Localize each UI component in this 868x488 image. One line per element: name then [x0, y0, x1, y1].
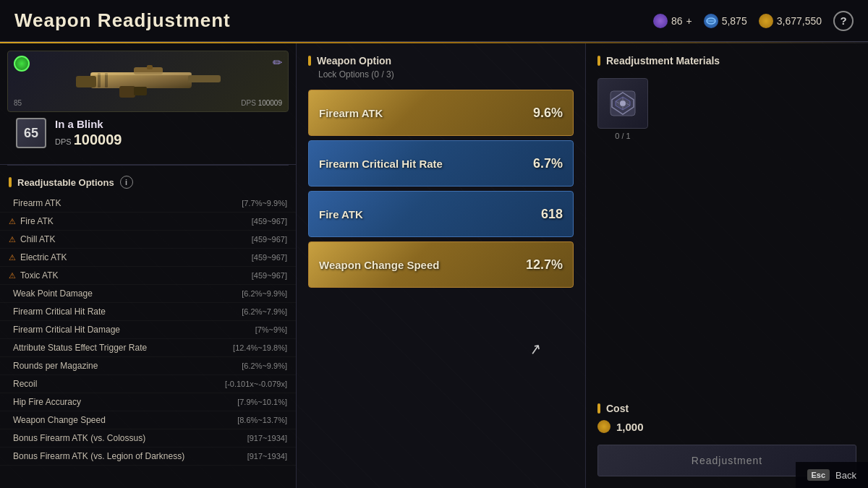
option-range: [6.2%~7.9%]: [242, 307, 287, 316]
option-warning-icon: ⚠: [9, 235, 16, 244]
purple-currency-value: 86: [671, 15, 683, 27]
svg-rect-10: [90, 72, 192, 75]
option-range: [6.2%~9.9%]: [242, 361, 287, 370]
weapon-card: ✏: [7, 51, 289, 112]
option-row[interactable]: Hip Fire Accuracy [7.9%~10.1%]: [0, 393, 296, 411]
cost-bar: [597, 403, 600, 414]
option-row[interactable]: Rounds per Magazine [6.2%~9.9%]: [0, 357, 296, 375]
weapon-option-bar: [308, 56, 311, 66]
lock-options-sub: Lock Options (0 / 3): [308, 69, 574, 80]
option-range: [917~1934]: [247, 434, 287, 442]
cost-row: 1,000: [597, 420, 856, 433]
option-range: [459~967]: [252, 235, 287, 244]
cost-gold-icon: [597, 420, 610, 433]
materials-title: Readjustment Materials: [606, 55, 720, 67]
options-list: Firearm ATK [7.7%~9.9%] ⚠ Fire ATK [459~…: [0, 194, 296, 466]
option-range: [7%~9%]: [255, 325, 287, 334]
weapon-orb: [14, 56, 30, 72]
option-name: Firearm ATK: [13, 198, 242, 208]
middle-panel: Weapon Option Lock Options (0 / 3) Firea…: [297, 43, 586, 488]
currency-purple: 86 +: [653, 14, 692, 28]
option-warning-icon: ⚠: [9, 217, 16, 226]
option-range: [7.7%~9.9%]: [242, 199, 287, 207]
dps-value: 100009: [74, 132, 122, 147]
option-range: [8.6%~13.7%]: [237, 416, 287, 424]
option-card-value: 12.7%: [526, 257, 563, 273]
material-icon-box: [597, 78, 648, 129]
weapon-info: 65 In a Blink DPS 100009: [7, 112, 289, 157]
option-card-label: Firearm ATK: [319, 107, 383, 119]
option-card[interactable]: Fire ATK 618: [308, 191, 574, 237]
option-warning-icon: ⚠: [9, 271, 16, 281]
options-title: Readjustable Options: [17, 177, 114, 188]
option-row[interactable]: ⚠ Electric ATK [459~967]: [0, 249, 296, 267]
option-row[interactable]: Weapon Change Speed [8.6%~13.7%]: [0, 411, 296, 429]
option-range: [459~967]: [252, 253, 287, 262]
option-name: Fire ATK: [20, 216, 252, 226]
help-button[interactable]: ?: [833, 11, 854, 31]
option-row[interactable]: Firearm ATK [7.7%~9.9%]: [0, 194, 296, 213]
option-row[interactable]: Firearm Critical Hit Rate [6.2%~7.9%]: [0, 303, 296, 321]
option-row[interactable]: Weak Point Damage [6.2%~9.9%]: [0, 285, 296, 303]
svg-rect-7: [147, 65, 153, 69]
weapon-option-header: Weapon Option: [308, 55, 574, 67]
option-card-label: Weapon Change Speed: [319, 259, 439, 271]
weapon-preview: ✏: [0, 43, 296, 165]
purple-currency-plus: +: [686, 15, 692, 27]
cost-value: 1,000: [616, 421, 644, 433]
gold-currency-value: 3,677,550: [777, 15, 822, 27]
option-row[interactable]: Firearm Critical Hit Damage [7%~9%]: [0, 321, 296, 339]
option-card[interactable]: Firearm ATK 9.6%: [308, 90, 574, 136]
option-range: [-0.101x~-0.079x]: [225, 380, 287, 388]
option-card-label: Firearm Critical Hit Rate: [319, 158, 443, 170]
level-badge: 65: [16, 118, 46, 148]
bottom-bar: Esc Back: [796, 462, 868, 488]
currency-blue: 5,875: [704, 14, 747, 28]
option-row[interactable]: ⚠ Fire ATK [459~967]: [0, 213, 296, 231]
option-card-value: 9.6%: [533, 106, 563, 121]
option-name: Weapon Change Speed: [13, 415, 237, 425]
esc-key: Esc: [807, 469, 830, 481]
top-bar: Weapon Readjustment 86 + 5,875 3,677,550…: [0, 0, 868, 42]
cost-section: Cost 1,000: [597, 391, 856, 433]
option-range: [12.4%~19.8%]: [233, 343, 287, 352]
weapon-image: [69, 61, 228, 101]
option-card-value: 618: [541, 207, 563, 222]
option-row[interactable]: Bonus Firearm ATK (vs. Colossus) [917~19…: [0, 429, 296, 448]
option-name: Toxic ATK: [20, 270, 252, 281]
material-count: 0 / 1: [615, 132, 630, 140]
option-row[interactable]: ⚠ Chill ATK [459~967]: [0, 231, 296, 249]
weapon-dps-row: DPS 100009: [55, 132, 122, 148]
section-bar: [9, 177, 12, 187]
option-range: [7.9%~10.1%]: [237, 398, 287, 406]
option-card[interactable]: Weapon Change Speed 12.7%: [308, 241, 574, 288]
page-title: Weapon Readjustment: [14, 9, 231, 32]
gold-currency-icon: [759, 14, 773, 28]
weapon-orb-container: [14, 56, 30, 72]
weapon-edit-icon[interactable]: ✏: [273, 56, 282, 69]
option-row[interactable]: Attribute Status Effect Trigger Rate [12…: [0, 339, 296, 357]
svg-point-15: [620, 100, 626, 106]
option-name: Firearm Critical Hit Damage: [13, 325, 255, 335]
material-item: 0 / 1: [597, 78, 648, 140]
info-icon[interactable]: i: [120, 176, 133, 189]
pencil-icon: ✏: [273, 56, 282, 69]
option-name: Bonus Firearm ATK (vs. Legion of Darknes…: [13, 451, 247, 461]
currency-gold: 3,677,550: [759, 14, 822, 28]
option-card-value: 6.7%: [533, 156, 563, 171]
option-card[interactable]: Firearm Critical Hit Rate 6.7%: [308, 140, 574, 187]
option-row[interactable]: ⚠ Toxic ATK [459~967]: [0, 267, 296, 285]
option-cards: Firearm ATK 9.6% Firearm Critical Hit Ra…: [308, 90, 574, 288]
option-row[interactable]: Recoil [-0.101x~-0.079x]: [0, 375, 296, 393]
materials-bar: [597, 56, 600, 66]
option-name: Hip Fire Accuracy: [13, 397, 237, 407]
back-label: Back: [835, 470, 856, 481]
cursor: ↗: [528, 340, 543, 359]
option-range: [459~967]: [252, 217, 287, 226]
material-icon: [605, 85, 641, 121]
materials-grid: 0 / 1: [597, 78, 856, 140]
card-dps-value: 100009: [258, 99, 282, 107]
svg-rect-4: [76, 76, 96, 87]
card-dps-label: DPS: [241, 99, 256, 107]
option-row[interactable]: Bonus Firearm ATK (vs. Legion of Darknes…: [0, 448, 296, 466]
